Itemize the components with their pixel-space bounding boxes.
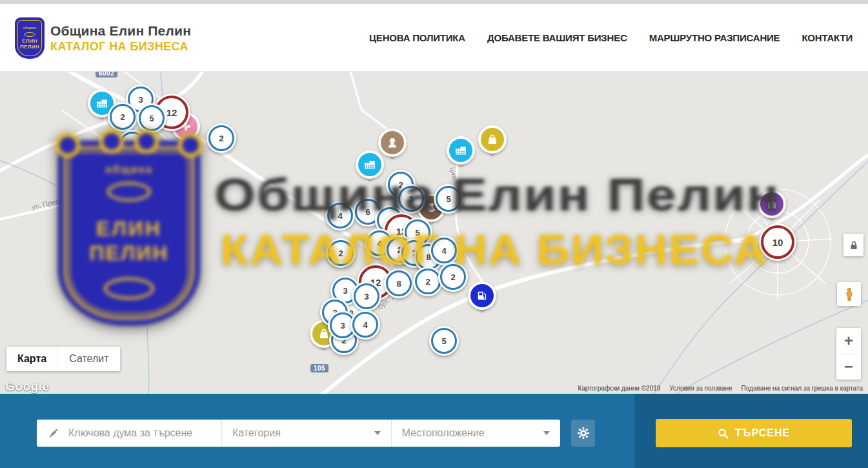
map-attribution: Картографски данни ©2019 Условия за полз… xyxy=(578,385,863,392)
cluster-marker[interactable]: 2 xyxy=(326,238,356,268)
nav-item-pricing[interactable]: ЦЕНОВА ПОЛИТИКА xyxy=(369,32,465,43)
cluster-count: 2 xyxy=(440,264,466,290)
pin-marker-bag[interactable] xyxy=(478,125,507,163)
cluster-count: 5 xyxy=(436,186,461,212)
fuel-icon xyxy=(470,284,494,307)
church-icon xyxy=(760,192,783,216)
search-bar: Категория Местоположение xyxy=(0,394,868,468)
attribution-copyright: Картографски данни ©2019 xyxy=(578,385,660,392)
cluster-marker[interactable]: 4 xyxy=(325,201,355,230)
site-title: Община Елин Пелин xyxy=(50,23,191,39)
cluster-count: 2 xyxy=(328,240,354,266)
search-button-label: ТЪРСЕНЕ xyxy=(735,427,790,439)
cluster-count: 5 xyxy=(431,328,457,354)
cluster-count: 2 xyxy=(415,269,441,294)
keyword-input[interactable] xyxy=(67,427,218,440)
cluster-marker[interactable]: 5 xyxy=(434,184,463,214)
attribution-terms-link[interactable]: Условия за ползване xyxy=(669,385,732,392)
pin-marker-factory[interactable] xyxy=(356,150,384,188)
lock-button[interactable] xyxy=(843,234,863,256)
cluster-marker[interactable]: 5 xyxy=(429,326,459,356)
pin-marker-fuel[interactable] xyxy=(468,281,496,319)
cluster-marker[interactable]: 4 xyxy=(350,310,380,340)
advanced-search-button[interactable] xyxy=(571,420,595,447)
cluster-marker[interactable]: 3 xyxy=(352,281,381,311)
emblem-line2: ПЕЛИН xyxy=(20,44,39,50)
pegman-icon xyxy=(842,287,857,302)
zoom-control: + − xyxy=(836,328,861,380)
pin-marker-factory[interactable] xyxy=(447,136,475,174)
cluster-count: 5 xyxy=(139,105,165,131)
cluster-count: 4 xyxy=(327,203,353,229)
location-select-label: Местоположение xyxy=(402,427,485,439)
category-select-label: Категория xyxy=(232,427,281,439)
nav-item-contacts[interactable]: КОНТАКТИ xyxy=(802,32,853,43)
road-shield-label: 105 xyxy=(310,364,328,372)
factory-icon xyxy=(449,139,472,162)
emblem-top-word: община xyxy=(23,26,36,30)
location-select[interactable]: Местоположение xyxy=(391,420,561,447)
pencil-icon xyxy=(47,427,59,440)
cluster-count: 4 xyxy=(431,238,457,263)
municipality-emblem-icon: община ЕЛИН ПЕЛИН xyxy=(15,18,44,58)
pegman-button[interactable] xyxy=(837,282,861,306)
cluster-marker[interactable]: 2 xyxy=(117,130,147,159)
search-fields: Категория Местоположение xyxy=(37,420,560,447)
cluster-marker[interactable]: 5 xyxy=(137,103,167,133)
category-select[interactable]: Категория xyxy=(221,420,391,447)
site-logo[interactable]: община ЕЛИН ПЕЛИН Община Елин Пелин КАТА… xyxy=(15,18,191,58)
site-subtitle: КАТАЛОГ НА БИЗНЕСА xyxy=(50,40,191,54)
cluster-marker[interactable]: 2 xyxy=(438,262,468,292)
cluster-count: 2 xyxy=(208,125,234,151)
search-icon xyxy=(718,428,729,439)
emblem-line1: ЕЛИН xyxy=(22,38,37,44)
nav-item-schedule[interactable]: МАРШРУТНО РАЗПИСАНИЕ xyxy=(649,32,780,43)
factory-icon xyxy=(358,153,381,176)
maptype-control: Карта Сателит xyxy=(6,347,120,371)
google-logo[interactable]: Google xyxy=(5,380,49,394)
nav-item-add-business[interactable]: ДОБАВЕТЕ ВАШИЯТ БИЗНЕС xyxy=(487,32,627,43)
cluster-marker[interactable]: 8 xyxy=(384,269,414,298)
cluster-count: 3 xyxy=(354,283,379,309)
cluster-marker[interactable]: 4 xyxy=(429,236,459,265)
chevron-down-icon xyxy=(374,431,381,435)
zoom-out-button[interactable]: − xyxy=(836,354,861,380)
cluster-marker[interactable]: 10 xyxy=(759,223,796,261)
search-button[interactable]: ТЪРСЕНЕ xyxy=(656,419,852,447)
main-nav: ЦЕНОВА ПОЛИТИКА ДОБАВЕТЕ ВАШИЯТ БИЗНЕС М… xyxy=(369,4,853,71)
cluster-count: 4 xyxy=(352,312,378,338)
cluster-count: 8 xyxy=(386,270,412,296)
cluster-marker[interactable]: 2 xyxy=(207,123,236,153)
emblem-ornament xyxy=(24,32,35,37)
site-titles: Община Елин Пелин КАТАЛОГ НА БИЗНЕСА xyxy=(50,23,191,54)
cluster-count: 2 xyxy=(119,132,145,158)
zoom-in-button[interactable]: + xyxy=(836,328,861,354)
worker-icon xyxy=(381,131,404,154)
cluster-count: 10 xyxy=(761,225,794,259)
map-canvas[interactable]: 6002105ул. Преславбул. „Новоселция 12325… xyxy=(0,71,868,394)
maptype-satellite-button[interactable]: Сателит xyxy=(57,347,119,371)
cluster-count: 2 xyxy=(110,104,136,130)
gear-icon xyxy=(576,426,590,440)
keyword-field[interactable] xyxy=(37,420,221,447)
attribution-report-link[interactable]: Подаване на сигнал за грешка в картата xyxy=(742,385,863,392)
top-strip xyxy=(0,0,868,4)
road-shield-label: 6002 xyxy=(96,71,117,77)
pin-marker-church[interactable] xyxy=(758,190,786,227)
lock-icon xyxy=(847,239,860,252)
bag-icon xyxy=(481,128,504,151)
maptype-map-button[interactable]: Карта xyxy=(6,347,57,371)
header: община ЕЛИН ПЕЛИН Община Елин Пелин КАТА… xyxy=(0,4,868,72)
cluster-marker[interactable]: 3 xyxy=(396,184,426,214)
page: община ЕЛИН ПЕЛИН Община Елин Пелин КАТА… xyxy=(0,0,868,468)
cluster-marker[interactable]: 2 xyxy=(108,102,137,132)
chevron-down-icon xyxy=(543,431,550,435)
cluster-count: 3 xyxy=(398,186,424,212)
